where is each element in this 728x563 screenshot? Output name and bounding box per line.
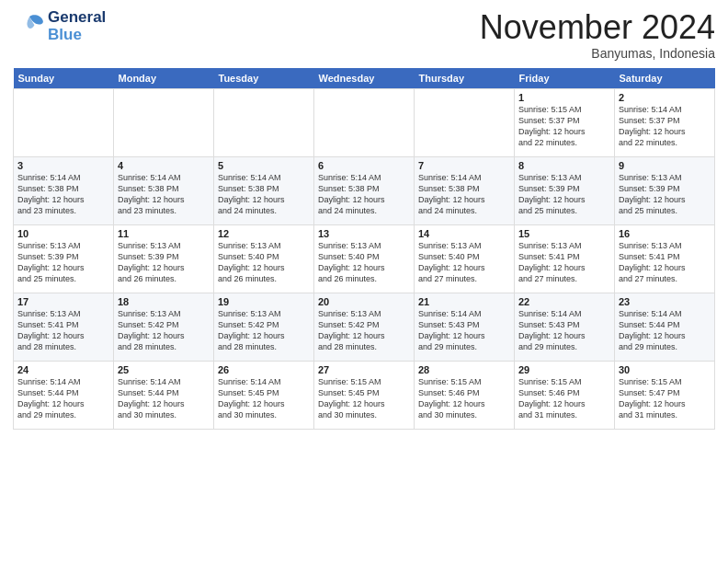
day-cell: 26Sunrise: 5:14 AM Sunset: 5:45 PM Dayli… <box>214 361 314 429</box>
day-info: Sunrise: 5:13 AM Sunset: 5:41 PM Dayligh… <box>619 240 711 285</box>
day-number: 1 <box>518 92 610 103</box>
location: Banyumas, Indonesia <box>480 46 715 61</box>
col-sunday: Sunday <box>14 68 114 89</box>
day-number: 21 <box>418 296 510 307</box>
day-cell: 19Sunrise: 5:13 AM Sunset: 5:42 PM Dayli… <box>214 293 314 361</box>
day-number: 18 <box>118 296 210 307</box>
logo-general-text: General <box>48 9 106 27</box>
day-number: 12 <box>218 228 310 239</box>
day-cell: 2Sunrise: 5:14 AM Sunset: 5:37 PM Daylig… <box>615 88 715 156</box>
day-info: Sunrise: 5:14 AM Sunset: 5:38 PM Dayligh… <box>318 172 410 217</box>
day-info: Sunrise: 5:14 AM Sunset: 5:37 PM Dayligh… <box>619 104 711 149</box>
day-cell: 6Sunrise: 5:14 AM Sunset: 5:38 PM Daylig… <box>314 156 415 224</box>
week-row-1: 1Sunrise: 5:15 AM Sunset: 5:37 PM Daylig… <box>14 88 715 156</box>
day-cell: 11Sunrise: 5:13 AM Sunset: 5:39 PM Dayli… <box>114 224 214 293</box>
day-info: Sunrise: 5:13 AM Sunset: 5:41 PM Dayligh… <box>518 240 610 285</box>
day-number: 10 <box>17 228 109 239</box>
day-number: 14 <box>418 228 510 239</box>
day-info: Sunrise: 5:13 AM Sunset: 5:42 PM Dayligh… <box>118 308 210 353</box>
day-info: Sunrise: 5:14 AM Sunset: 5:44 PM Dayligh… <box>118 376 210 421</box>
day-number: 20 <box>318 296 410 307</box>
day-cell <box>314 88 415 156</box>
day-number: 25 <box>118 364 210 375</box>
logo-icon <box>13 10 46 43</box>
day-number: 5 <box>218 160 310 171</box>
day-number: 26 <box>218 364 310 375</box>
day-info: Sunrise: 5:15 AM Sunset: 5:46 PM Dayligh… <box>418 376 510 421</box>
day-number: 15 <box>518 228 610 239</box>
day-cell: 23Sunrise: 5:14 AM Sunset: 5:44 PM Dayli… <box>615 293 715 361</box>
day-number: 13 <box>318 228 410 239</box>
day-info: Sunrise: 5:13 AM Sunset: 5:41 PM Dayligh… <box>17 308 109 353</box>
day-cell: 5Sunrise: 5:14 AM Sunset: 5:38 PM Daylig… <box>214 156 314 224</box>
page-container: General Blue November 2024 Banyumas, Ind… <box>0 0 728 437</box>
month-title: November 2024 <box>480 9 715 46</box>
day-info: Sunrise: 5:15 AM Sunset: 5:46 PM Dayligh… <box>518 376 610 421</box>
day-cell: 27Sunrise: 5:15 AM Sunset: 5:45 PM Dayli… <box>314 361 415 429</box>
col-wednesday: Wednesday <box>314 68 415 89</box>
calendar-table: Sunday Monday Tuesday Wednesday Thursday… <box>13 68 715 430</box>
week-row-3: 10Sunrise: 5:13 AM Sunset: 5:39 PM Dayli… <box>14 224 715 293</box>
day-number: 9 <box>619 160 711 171</box>
col-thursday: Thursday <box>415 68 515 89</box>
day-cell <box>214 88 314 156</box>
week-row-5: 24Sunrise: 5:14 AM Sunset: 5:44 PM Dayli… <box>14 361 715 429</box>
calendar-header: Sunday Monday Tuesday Wednesday Thursday… <box>14 68 715 89</box>
title-block: November 2024 Banyumas, Indonesia <box>480 9 715 61</box>
header-row: Sunday Monday Tuesday Wednesday Thursday… <box>14 68 715 89</box>
day-info: Sunrise: 5:14 AM Sunset: 5:44 PM Dayligh… <box>619 308 711 353</box>
day-info: Sunrise: 5:13 AM Sunset: 5:39 PM Dayligh… <box>518 172 610 217</box>
col-saturday: Saturday <box>615 68 715 89</box>
col-monday: Monday <box>114 68 214 89</box>
day-cell: 30Sunrise: 5:15 AM Sunset: 5:47 PM Dayli… <box>615 361 715 429</box>
day-info: Sunrise: 5:14 AM Sunset: 5:38 PM Dayligh… <box>418 172 510 217</box>
day-info: Sunrise: 5:13 AM Sunset: 5:39 PM Dayligh… <box>17 240 109 285</box>
day-cell: 12Sunrise: 5:13 AM Sunset: 5:40 PM Dayli… <box>214 224 314 293</box>
day-info: Sunrise: 5:15 AM Sunset: 5:37 PM Dayligh… <box>518 104 610 149</box>
day-info: Sunrise: 5:14 AM Sunset: 5:43 PM Dayligh… <box>518 308 610 353</box>
day-number: 29 <box>518 364 610 375</box>
day-cell: 20Sunrise: 5:13 AM Sunset: 5:42 PM Dayli… <box>314 293 415 361</box>
day-number: 3 <box>17 160 109 171</box>
day-number: 6 <box>318 160 410 171</box>
day-info: Sunrise: 5:13 AM Sunset: 5:42 PM Dayligh… <box>218 308 310 353</box>
week-row-4: 17Sunrise: 5:13 AM Sunset: 5:41 PM Dayli… <box>14 293 715 361</box>
day-info: Sunrise: 5:13 AM Sunset: 5:40 PM Dayligh… <box>418 240 510 285</box>
day-info: Sunrise: 5:13 AM Sunset: 5:40 PM Dayligh… <box>218 240 310 285</box>
day-cell: 8Sunrise: 5:13 AM Sunset: 5:39 PM Daylig… <box>515 156 615 224</box>
day-number: 28 <box>418 364 510 375</box>
day-cell <box>14 88 114 156</box>
day-info: Sunrise: 5:13 AM Sunset: 5:39 PM Dayligh… <box>118 240 210 285</box>
day-cell: 16Sunrise: 5:13 AM Sunset: 5:41 PM Dayli… <box>615 224 715 293</box>
day-cell: 15Sunrise: 5:13 AM Sunset: 5:41 PM Dayli… <box>515 224 615 293</box>
header: General Blue November 2024 Banyumas, Ind… <box>13 9 715 61</box>
day-number: 4 <box>118 160 210 171</box>
day-cell: 21Sunrise: 5:14 AM Sunset: 5:43 PM Dayli… <box>415 293 515 361</box>
day-info: Sunrise: 5:14 AM Sunset: 5:38 PM Dayligh… <box>118 172 210 217</box>
calendar-body: 1Sunrise: 5:15 AM Sunset: 5:37 PM Daylig… <box>14 88 715 429</box>
day-cell: 28Sunrise: 5:15 AM Sunset: 5:46 PM Dayli… <box>415 361 515 429</box>
day-number: 11 <box>118 228 210 239</box>
day-info: Sunrise: 5:13 AM Sunset: 5:39 PM Dayligh… <box>619 172 711 217</box>
col-tuesday: Tuesday <box>214 68 314 89</box>
logo-words: General Blue <box>48 9 106 43</box>
day-info: Sunrise: 5:15 AM Sunset: 5:47 PM Dayligh… <box>619 376 711 421</box>
day-number: 27 <box>318 364 410 375</box>
day-cell: 29Sunrise: 5:15 AM Sunset: 5:46 PM Dayli… <box>515 361 615 429</box>
day-info: Sunrise: 5:14 AM Sunset: 5:44 PM Dayligh… <box>17 376 109 421</box>
day-cell: 18Sunrise: 5:13 AM Sunset: 5:42 PM Dayli… <box>114 293 214 361</box>
day-cell: 10Sunrise: 5:13 AM Sunset: 5:39 PM Dayli… <box>14 224 114 293</box>
day-cell: 24Sunrise: 5:14 AM Sunset: 5:44 PM Dayli… <box>14 361 114 429</box>
day-number: 7 <box>418 160 510 171</box>
week-row-2: 3Sunrise: 5:14 AM Sunset: 5:38 PM Daylig… <box>14 156 715 224</box>
day-cell: 3Sunrise: 5:14 AM Sunset: 5:38 PM Daylig… <box>14 156 114 224</box>
day-number: 17 <box>17 296 109 307</box>
day-number: 22 <box>518 296 610 307</box>
logo: General Blue <box>13 9 106 43</box>
day-cell: 13Sunrise: 5:13 AM Sunset: 5:40 PM Dayli… <box>314 224 415 293</box>
day-number: 8 <box>518 160 610 171</box>
day-info: Sunrise: 5:14 AM Sunset: 5:43 PM Dayligh… <box>418 308 510 353</box>
day-cell: 14Sunrise: 5:13 AM Sunset: 5:40 PM Dayli… <box>415 224 515 293</box>
day-info: Sunrise: 5:14 AM Sunset: 5:38 PM Dayligh… <box>17 172 109 217</box>
day-number: 16 <box>619 228 711 239</box>
